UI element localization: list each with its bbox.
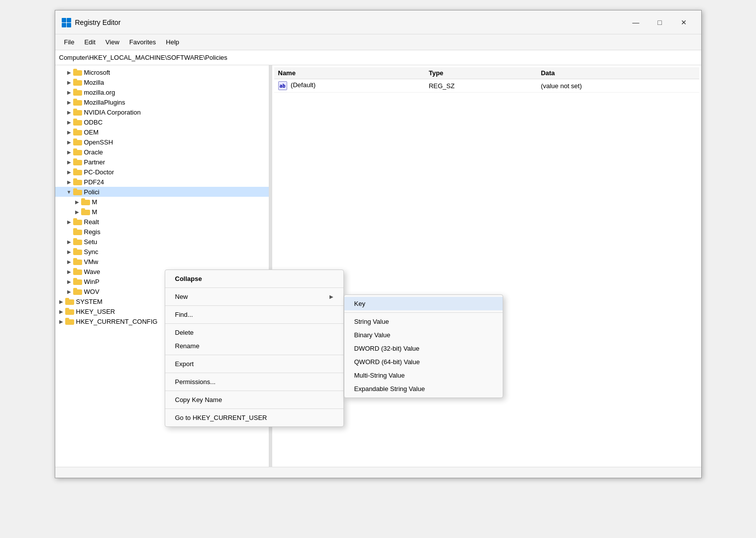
sub-qword-value[interactable]: QWORD (64-bit) Value xyxy=(344,355,503,369)
tree-item-oracle[interactable]: ▶ Oracle xyxy=(55,147,269,157)
folder-icon xyxy=(73,148,82,155)
tree-item-policies[interactable]: ▼ Polici xyxy=(55,187,269,197)
tree-item-partner[interactable]: ▶ Partner xyxy=(55,157,269,167)
tree-label: OpenSSH xyxy=(84,138,113,146)
folder-icon xyxy=(73,278,82,285)
tree-label: ODBC xyxy=(84,119,103,126)
tree-label: HKEY_CURRENT_CONFIG xyxy=(76,318,158,325)
folder-icon xyxy=(73,168,82,175)
ctx-collapse[interactable]: Collapse xyxy=(165,272,343,285)
folder-icon xyxy=(73,288,82,295)
tree-item-setup[interactable]: ▶ Setu xyxy=(55,237,269,247)
folder-icon xyxy=(73,238,82,245)
expand-arrow: ▶ xyxy=(65,148,73,156)
svg-rect-1 xyxy=(67,18,71,22)
tree-item-mozillaorg[interactable]: ▶ mozilla.org xyxy=(55,87,269,97)
expand-arrow: ▶ xyxy=(65,178,73,186)
tree-item-sync[interactable]: ▶ Sync xyxy=(55,247,269,257)
tree-item-m2[interactable]: ▶ M xyxy=(55,207,269,217)
expand-arrow: ▼ xyxy=(65,188,73,196)
row-data: (value not set) xyxy=(537,79,699,93)
ctx-permissions[interactable]: Permissions... xyxy=(165,375,343,389)
tree-label: M xyxy=(92,198,98,206)
tree-label: Polici xyxy=(84,188,100,196)
tree-label: M xyxy=(92,208,98,216)
folder-icon xyxy=(73,258,82,265)
folder-icon xyxy=(73,79,82,86)
expand-arrow: ▶ xyxy=(65,277,73,285)
tree-label: mozilla.org xyxy=(84,89,115,96)
status-bar xyxy=(55,467,701,478)
tree-item-vmware[interactable]: ▶ VMw xyxy=(55,257,269,267)
expand-arrow: ▶ xyxy=(65,238,73,246)
ctx-find[interactable]: Find... xyxy=(165,308,343,321)
sub-binary-value[interactable]: Binary Value xyxy=(344,328,503,342)
close-button[interactable]: ✕ xyxy=(672,14,695,30)
tree-label: Setu xyxy=(84,238,98,246)
ctx-separator-6 xyxy=(165,391,343,391)
expand-arrow: ▶ xyxy=(65,168,73,176)
expand-arrow: ▶ xyxy=(65,78,73,86)
menu-file[interactable]: File xyxy=(59,36,80,48)
folder-icon xyxy=(73,158,82,165)
menu-view[interactable]: View xyxy=(101,36,124,48)
folder-icon xyxy=(73,109,82,116)
expand-arrow: ▶ xyxy=(65,218,73,226)
tree-label: MozillaPlugins xyxy=(84,99,125,106)
menu-help[interactable]: Help xyxy=(161,36,184,48)
tree-label: SYSTEM xyxy=(76,298,103,305)
expand-arrow: ▶ xyxy=(57,317,65,325)
tree-item-mozillaplugins[interactable]: ▶ MozillaPlugins xyxy=(55,97,269,107)
expand-arrow: ▶ xyxy=(65,258,73,266)
tree-item-pcdoctor[interactable]: ▶ PC-Doctor xyxy=(55,167,269,177)
folder-icon xyxy=(73,248,82,255)
tree-item-realtek[interactable]: ▶ Realt xyxy=(55,217,269,227)
tree-item-oem[interactable]: ▶ OEM xyxy=(55,127,269,137)
tree-item-m1[interactable]: ▶ M xyxy=(55,197,269,207)
tree-label: Sync xyxy=(84,248,99,256)
ctx-separator-3 xyxy=(165,323,343,324)
ctx-rename[interactable]: Rename xyxy=(165,339,343,353)
col-data: Data xyxy=(537,67,699,79)
folder-icon xyxy=(73,268,82,275)
tree-item-openssh[interactable]: ▶ OpenSSH xyxy=(55,137,269,147)
tree-item-regis[interactable]: Regis xyxy=(55,227,269,237)
ctx-export[interactable]: Export xyxy=(165,357,343,371)
expand-arrow: ▶ xyxy=(65,248,73,256)
menu-favorites[interactable]: Favorites xyxy=(124,36,161,48)
sub-key[interactable]: Key xyxy=(344,297,503,310)
sub-separator-1 xyxy=(344,312,503,313)
expand-arrow: ▶ xyxy=(65,68,73,76)
sub-dword-value[interactable]: DWORD (32-bit) Value xyxy=(344,342,503,355)
menu-edit[interactable]: Edit xyxy=(79,36,100,48)
folder-icon xyxy=(73,228,82,235)
expand-arrow: ▶ xyxy=(73,198,81,206)
tree-item-mozilla[interactable]: ▶ Mozilla xyxy=(55,77,269,87)
ctx-copy-key-name[interactable]: Copy Key Name xyxy=(165,393,343,406)
folder-icon xyxy=(73,99,82,106)
tree-label: WOV xyxy=(84,288,100,295)
tree-item-pdf24[interactable]: ▶ PDF24 xyxy=(55,177,269,187)
tree-item-odbc[interactable]: ▶ ODBC xyxy=(55,117,269,127)
sub-expandable-string-value[interactable]: Expandable String Value xyxy=(344,382,503,396)
minimize-button[interactable]: — xyxy=(625,14,648,30)
sub-string-value[interactable]: String Value xyxy=(344,315,503,328)
submenu: Key String Value Binary Value DWORD (32-… xyxy=(344,294,503,398)
address-text: Computer\HKEY_LOCAL_MACHINE\SOFTWARE\Pol… xyxy=(59,54,227,61)
tree-item-microsoft[interactable]: ▶ Microsoft xyxy=(55,67,269,77)
ctx-separator-1 xyxy=(165,287,343,288)
ctx-goto-hkcu[interactable]: Go to HKEY_CURRENT_USER xyxy=(165,411,343,424)
expand-arrow: ▶ xyxy=(65,128,73,136)
ctx-separator-2 xyxy=(165,305,343,306)
ctx-new[interactable]: New ▶ xyxy=(165,290,343,303)
ctx-delete[interactable]: Delete xyxy=(165,326,343,339)
tree-label: Oracle xyxy=(84,148,103,156)
sub-multi-string-value[interactable]: Multi-String Value xyxy=(344,369,503,382)
row-type: REG_SZ xyxy=(425,79,537,93)
maximize-button[interactable]: □ xyxy=(648,14,671,30)
tree-label: Partner xyxy=(84,158,106,166)
table-row[interactable]: ab (Default) REG_SZ (value not set) xyxy=(274,79,699,93)
title-bar: Registry Editor — □ ✕ xyxy=(55,10,701,34)
tree-item-nvidia[interactable]: ▶ NVIDIA Corporation xyxy=(55,107,269,117)
folder-icon xyxy=(73,89,82,96)
